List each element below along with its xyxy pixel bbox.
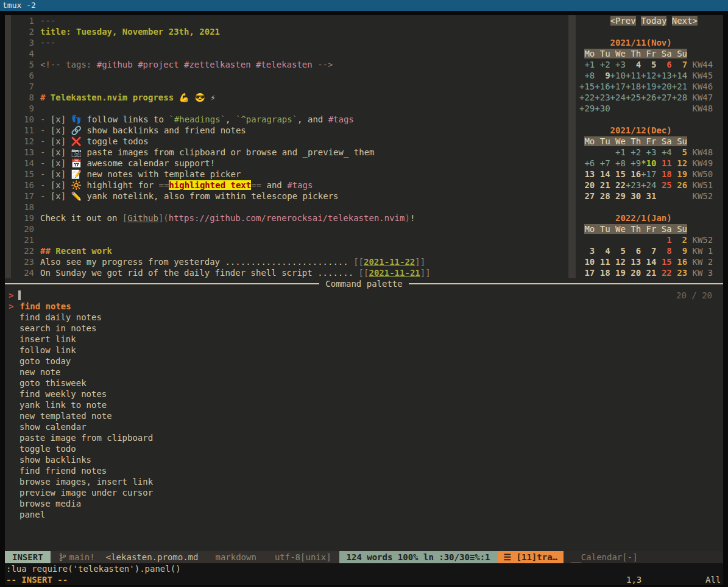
calendar-cell[interactable]: 25: [656, 180, 671, 190]
palette-item[interactable]: paste image from clipboard: [5, 432, 723, 443]
calendar-cell[interactable]: 31: [641, 191, 656, 201]
selected-item[interactable]: >find notes: [5, 301, 71, 312]
palette-item[interactable]: goto thisweek: [5, 378, 723, 388]
calendar-cell[interactable]: +2: [626, 147, 641, 157]
editor-line[interactable]: 3---: [11, 37, 568, 48]
calendar-cell[interactable]: 6: [656, 60, 671, 69]
calendar-cell[interactable]: +26: [641, 93, 656, 102]
editor-line[interactable]: 8# Telekasten.nvim progress 💪 😎 ⚡: [11, 92, 568, 103]
palette-item[interactable]: new templated note: [5, 410, 723, 421]
calendar-cell[interactable]: +19: [641, 82, 656, 91]
palette-item[interactable]: new note: [5, 367, 723, 378]
palette-item[interactable]: show backlinks: [5, 454, 723, 465]
calendar-cell[interactable]: 18: [656, 169, 671, 179]
palette-item[interactable]: find weekly notes: [5, 388, 723, 399]
calendar-cell[interactable]: +25: [626, 93, 641, 102]
calendar-cell[interactable]: 19: [672, 169, 687, 179]
calendar-cell[interactable]: +12: [641, 71, 656, 80]
calendar-cell[interactable]: +11: [626, 71, 641, 80]
calendar-cell[interactable]: 20: [626, 268, 641, 278]
calendar-cell[interactable]: +17: [641, 169, 656, 179]
calendar-cell[interactable]: +24: [641, 180, 656, 190]
calendar-cell[interactable]: +8: [579, 71, 595, 80]
calendar-cell[interactable]: 5: [672, 147, 687, 157]
calendar-cell[interactable]: 13: [579, 169, 595, 179]
palette-item[interactable]: insert link: [5, 334, 723, 345]
calendar-cell[interactable]: 11: [595, 257, 610, 267]
calendar-cell[interactable]: +7: [595, 158, 610, 168]
palette-item[interactable]: follow link: [5, 345, 723, 356]
calendar-cell[interactable]: 16: [626, 169, 641, 179]
calendar-cell[interactable]: 9: [672, 246, 687, 256]
calendar-cell[interactable]: 10: [579, 257, 595, 267]
editor-line[interactable]: 14- [x] 📅 awesome calendar support!: [11, 158, 568, 169]
calendar-cell[interactable]: 11: [656, 158, 671, 168]
calendar-cell[interactable]: 15: [610, 169, 626, 179]
window-separator[interactable]: [568, 15, 576, 278]
palette-item[interactable]: preview image under cursor: [5, 487, 723, 498]
calendar-cell[interactable]: 21: [595, 180, 610, 190]
calendar-cell[interactable]: 30: [626, 191, 641, 201]
editor-line[interactable]: 13- [x] 📷 paste images from clipboard or…: [11, 147, 568, 158]
calendar-cell[interactable]: +6: [579, 158, 595, 168]
calendar-cell[interactable]: +20: [656, 82, 671, 91]
editor-pane[interactable]: 1---2title: Tuesday, November 23th, 2021…: [5, 15, 568, 278]
calendar-cell[interactable]: +18: [626, 82, 641, 91]
editor-line[interactable]: 15- [x] 📝 new notes with template picker: [11, 169, 568, 180]
calendar-pane[interactable]: <Prev Today Next> 2021/11(Nov) Mo Tu We …: [576, 15, 723, 278]
git-branch[interactable]: main!: [51, 551, 101, 563]
calendar-cell[interactable]: +4: [656, 147, 671, 157]
calendar-cell[interactable]: +24: [610, 93, 626, 102]
calendar-cell[interactable]: 15: [656, 257, 671, 267]
calendar-cell[interactable]: +1: [579, 60, 595, 69]
calendar-cell[interactable]: 27: [579, 191, 595, 201]
calendar-cell[interactable]: 17: [579, 268, 595, 278]
editor-line[interactable]: 5<!-- tags: #github #project #zettelkast…: [11, 59, 568, 70]
calendar-cell[interactable]: +13: [656, 71, 671, 80]
calendar-cell[interactable]: 8: [656, 246, 671, 256]
calendar-cell[interactable]: +14: [672, 71, 687, 80]
palette-item[interactable]: find daily notes: [5, 312, 723, 323]
palette-item[interactable]: browse media: [5, 498, 723, 509]
palette-item[interactable]: show calendar: [5, 421, 723, 432]
editor-line[interactable]: 10- [x] 👣 follow links to `#headings`, `…: [11, 114, 568, 125]
palette-item[interactable]: browse images, insert link: [5, 476, 723, 487]
calendar-cell[interactable]: +9: [626, 158, 641, 168]
tabs-segment[interactable]: ☰ [11]tra…: [498, 551, 564, 563]
palette-item[interactable]: yank link to note: [5, 399, 723, 410]
calendar-cell[interactable]: +27: [656, 93, 671, 102]
editor-line[interactable]: 6: [11, 70, 568, 81]
calendar-cell[interactable]: 2: [672, 235, 687, 245]
calendar-cell[interactable]: +10: [610, 71, 626, 80]
calendar-cell[interactable]: +3: [610, 60, 626, 69]
calendar-cell[interactable]: 13: [626, 257, 641, 267]
editor-line[interactable]: 17- [x] ✏️ yank notelink, also from with…: [11, 191, 568, 202]
calendar-cell[interactable]: +23: [626, 180, 641, 190]
command-line[interactable]: :lua require('telekasten').panel(): [5, 563, 723, 574]
calendar-cell[interactable]: 7: [641, 246, 656, 256]
editor-line[interactable]: 1---: [11, 15, 568, 26]
editor-line[interactable]: 4: [11, 48, 568, 59]
calendar-cell[interactable]: +22: [579, 93, 595, 102]
calendar-cell[interactable]: 4: [626, 60, 641, 69]
editor-line[interactable]: 9: [11, 103, 568, 114]
editor-line[interactable]: 19Check it out on [Github](https://githu…: [11, 213, 568, 223]
calendar-cell[interactable]: 18: [595, 268, 610, 278]
calendar-cell[interactable]: 20: [579, 180, 595, 190]
calendar-cell[interactable]: +8: [610, 158, 626, 168]
editor-line[interactable]: 18: [11, 202, 568, 213]
next-button[interactable]: Next>: [672, 16, 698, 26]
calendar-cell[interactable]: +23: [595, 93, 610, 102]
calendar-cell[interactable]: 16: [672, 257, 687, 267]
calendar-cell[interactable]: +15: [579, 82, 595, 91]
calendar-cell[interactable]: 5: [610, 246, 626, 256]
calendar-cell[interactable]: +16: [595, 82, 610, 91]
palette-item[interactable]: find friend notes: [5, 465, 723, 476]
palette-item[interactable]: toggle todo: [5, 443, 723, 454]
editor-line[interactable]: 2title: Tuesday, November 23th, 2021: [11, 26, 568, 37]
editor-line[interactable]: 20: [11, 223, 568, 234]
calendar-cell[interactable]: 6: [626, 246, 641, 256]
calendar-cell[interactable]: +29: [579, 104, 595, 113]
calendar-cell[interactable]: +21: [672, 82, 687, 91]
calendar-cell[interactable]: 12: [672, 158, 687, 168]
